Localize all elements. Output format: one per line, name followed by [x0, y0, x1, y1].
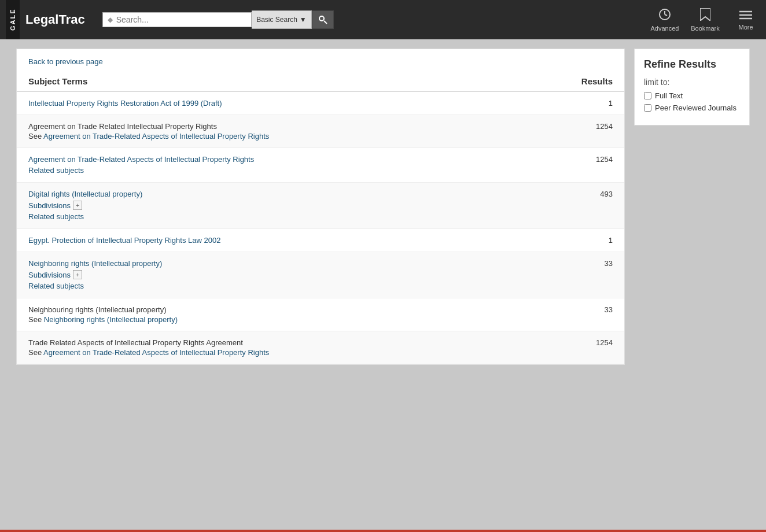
subdivisions-link[interactable]: Subdivisions [28, 201, 71, 210]
subdivisions-expand-button[interactable]: + [73, 201, 82, 210]
more-action[interactable]: More [731, 9, 760, 31]
back-link[interactable]: Back to previous page [17, 49, 624, 72]
result-see-link[interactable]: Agreement on Trade-Related Aspects of In… [43, 132, 269, 141]
result-see-link[interactable]: Neighboring rights (Intellectual propert… [44, 315, 178, 324]
table-row: Agreement on Trade Related Intellectual … [17, 115, 624, 148]
result-count: 1254 [596, 155, 613, 164]
result-see-text: Agreement on Trade Related Intellectual … [28, 122, 217, 131]
app-header: GALE LegalTrac ◆ Basic Search ▼ [0, 0, 766, 39]
app-title: LegalTrac [25, 12, 85, 27]
result-see-text: Trade Related Aspects of Intellectual Pr… [28, 338, 243, 347]
subdivisions-line: Subdivisions + [28, 201, 613, 210]
result-count: 33 [605, 259, 613, 268]
full-text-checkbox-item: Full Text [644, 91, 740, 100]
table-row: Neighbouring rights (Intellectual proper… [17, 298, 624, 331]
search-go-button[interactable] [312, 10, 334, 29]
gale-logo: GALE [6, 0, 20, 39]
related-subjects-link[interactable]: Related subjects [28, 282, 84, 290]
bottom-bar [0, 530, 766, 532]
sidebar: Refine Results limit to: Full Text Peer … [634, 49, 750, 365]
table-row: Egypt. Protection of Intellectual Proper… [17, 229, 624, 252]
refine-results-title: Refine Results [644, 58, 740, 71]
menu-icon [739, 9, 752, 23]
peer-reviewed-label[interactable]: Peer Reviewed Journals [655, 104, 736, 112]
search-type-button[interactable]: Basic Search ▼ [252, 10, 312, 29]
subdivisions-expand-button[interactable]: + [73, 270, 82, 279]
search-input[interactable] [116, 15, 246, 24]
content-panel: Back to previous page Subject Terms Resu… [16, 49, 625, 365]
advanced-search-action[interactable]: Advanced [650, 8, 679, 32]
bookmark-icon [700, 8, 710, 24]
search-area: ◆ Basic Search ▼ [102, 10, 334, 29]
full-text-checkbox[interactable] [644, 92, 651, 99]
col-subject-header: Subject Terms [28, 76, 87, 86]
result-title-link[interactable]: Agreement on Trade-Related Aspects of In… [28, 155, 254, 164]
limit-to-label: limit to: [644, 77, 740, 87]
result-see-link[interactable]: Agreement on Trade-Related Aspects of In… [43, 348, 269, 357]
chevron-down-icon: ▼ [300, 16, 307, 24]
table-header: Subject Terms Results [17, 72, 624, 92]
peer-reviewed-checkbox-item: Peer Reviewed Journals [644, 104, 740, 112]
col-results-header: Results [581, 76, 613, 86]
result-count: 1254 [596, 122, 613, 131]
bookmark-action[interactable]: Bookmark [691, 8, 720, 32]
header-actions: Advanced Bookmark More [650, 8, 760, 32]
subdivisions-line: Subdivisions + [28, 270, 613, 279]
refine-box: Refine Results limit to: Full Text Peer … [634, 49, 750, 125]
result-count: 1 [609, 236, 613, 245]
result-title-link[interactable]: Neighboring rights (Intellectual propert… [28, 259, 162, 268]
result-see-line: See Agreement on Trade-Related Aspects o… [28, 348, 613, 357]
svg-point-0 [319, 16, 324, 21]
peer-reviewed-checkbox[interactable] [644, 104, 651, 112]
result-title-link[interactable]: Egypt. Protection of Intellectual Proper… [28, 236, 220, 245]
table-row: Intellectual Property Rights Restoration… [17, 92, 624, 115]
result-count: 493 [600, 190, 613, 198]
search-input-wrap: ◆ [102, 12, 252, 27]
result-count: 1254 [596, 338, 613, 347]
table-row: Neighboring rights (Intellectual propert… [17, 252, 624, 298]
table-row: Digital rights (Intellectual property) 4… [17, 183, 624, 229]
result-count: 1 [609, 99, 613, 108]
search-diamond-icon: ◆ [108, 16, 113, 24]
subdivisions-link[interactable]: Subdivisions [28, 271, 71, 279]
table-row: Trade Related Aspects of Intellectual Pr… [17, 331, 624, 364]
svg-marker-5 [700, 8, 710, 21]
result-title-link[interactable]: Intellectual Property Rights Restoration… [28, 99, 222, 108]
result-see-text: Neighbouring rights (Intellectual proper… [28, 305, 166, 314]
result-see-line: See Neighboring rights (Intellectual pro… [28, 315, 613, 324]
result-see-line: See Agreement on Trade-Related Aspects o… [28, 132, 613, 141]
full-text-label[interactable]: Full Text [655, 91, 683, 100]
table-row: Agreement on Trade-Related Aspects of In… [17, 148, 624, 183]
svg-line-1 [324, 21, 327, 24]
main-layout: Back to previous page Subject Terms Resu… [7, 39, 759, 374]
result-title-link[interactable]: Digital rights (Intellectual property) [28, 190, 142, 198]
svg-line-4 [665, 14, 667, 16]
clock-icon [658, 8, 671, 24]
related-subjects-link[interactable]: Related subjects [28, 166, 84, 175]
result-count: 33 [605, 305, 613, 314]
related-subjects-link[interactable]: Related subjects [28, 212, 84, 221]
